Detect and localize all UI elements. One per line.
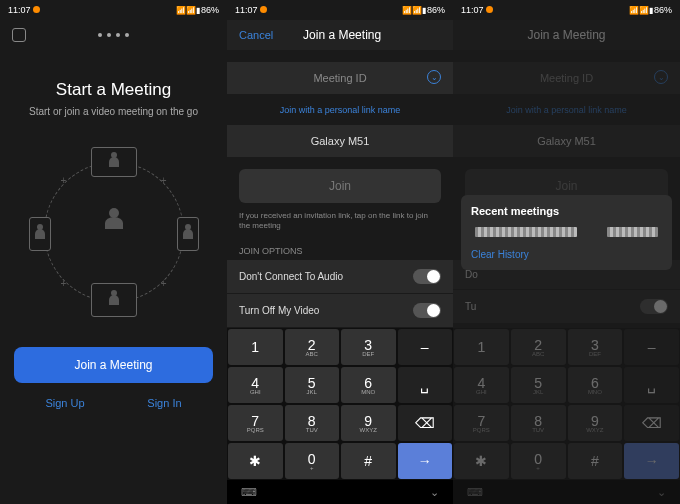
keyboard-mode-icon: ⌨ xyxy=(467,486,483,499)
status-bar: 11:07 📶 📶 ▮ 86% xyxy=(227,0,453,20)
sign-up-link[interactable]: Sign Up xyxy=(45,397,84,409)
key-✱[interactable]: ✱ xyxy=(454,443,509,479)
meeting-id-input[interactable]: Meeting ID ⌄ xyxy=(227,62,453,94)
sign-in-link[interactable]: Sign In xyxy=(147,397,181,409)
chevron-down-icon[interactable]: ⌄ xyxy=(427,70,441,84)
display-name-input[interactable]: Galaxy M51 xyxy=(227,125,453,157)
header-title: Join a Meeting xyxy=(243,28,441,42)
recent-meetings-popup: Recent meetings Clear History xyxy=(461,195,672,270)
numeric-keypad: 12ABC3DEF– 4GHI5JKL6MNO␣ 7PQRS8TUV9WXYZ⌫… xyxy=(227,328,453,504)
page-subtitle: Start or join a video meeting on the go xyxy=(29,106,198,117)
personal-link-toggle: Join with a personal link name xyxy=(453,95,680,125)
status-bar: 11:07 📶 📶 ▮ 86% xyxy=(0,0,227,20)
join-button[interactable]: Join xyxy=(239,169,441,203)
status-bar: 11:07 📶 📶 ▮ 86% xyxy=(453,0,680,20)
page-dots xyxy=(98,33,129,37)
header-title: Join a Meeting xyxy=(465,28,668,42)
key-0[interactable]: 0+ xyxy=(511,443,566,479)
key-⌫[interactable]: ⌫ xyxy=(398,405,453,441)
key-5[interactable]: 5JKL xyxy=(511,367,566,403)
key-3[interactable]: 3DEF xyxy=(568,329,623,365)
key-5[interactable]: 5JKL xyxy=(285,367,340,403)
hint-text: If you received an invitation link, tap … xyxy=(227,211,453,242)
key-7[interactable]: 7PQRS xyxy=(454,405,509,441)
key-#[interactable]: # xyxy=(341,443,396,479)
key-1[interactable]: 1 xyxy=(454,329,509,365)
recent-meeting-item[interactable] xyxy=(607,227,658,237)
key-6[interactable]: 6MNO xyxy=(341,367,396,403)
keyboard-collapse-icon: ⌄ xyxy=(657,486,666,499)
keyboard-mode-icon[interactable]: ⌨ xyxy=(241,486,257,499)
recent-meeting-item[interactable] xyxy=(475,227,577,237)
toggle-switch[interactable] xyxy=(413,303,441,318)
key-␣[interactable]: ␣ xyxy=(398,367,453,403)
meeting-id-input: Meeting ID ⌄ xyxy=(453,62,680,94)
key-4[interactable]: 4GHI xyxy=(228,367,283,403)
key-2[interactable]: 2ABC xyxy=(285,329,340,365)
key-7[interactable]: 7PQRS xyxy=(228,405,283,441)
toggle-switch[interactable] xyxy=(413,269,441,284)
key-4[interactable]: 4GHI xyxy=(454,367,509,403)
audio-toggle-row[interactable]: Don't Connect To Audio xyxy=(227,260,453,293)
personal-link-toggle[interactable]: Join with a personal link name xyxy=(227,95,453,125)
join-meeting-button[interactable]: Join a Meeting xyxy=(14,347,213,383)
key-0[interactable]: 0+ xyxy=(285,443,340,479)
key-1[interactable]: 1 xyxy=(228,329,283,365)
key-8[interactable]: 8TUV xyxy=(511,405,566,441)
key-2[interactable]: 2ABC xyxy=(511,329,566,365)
key-␣[interactable]: ␣ xyxy=(624,367,679,403)
key-–[interactable]: – xyxy=(398,329,453,365)
key-✱[interactable]: ✱ xyxy=(228,443,283,479)
key-#[interactable]: # xyxy=(568,443,623,479)
key-9[interactable]: 9WXYZ xyxy=(568,405,623,441)
key-–[interactable]: – xyxy=(624,329,679,365)
gear-icon[interactable] xyxy=(12,28,26,42)
popup-title: Recent meetings xyxy=(471,205,662,217)
key-3[interactable]: 3DEF xyxy=(341,329,396,365)
keyboard-collapse-icon[interactable]: ⌄ xyxy=(430,486,439,499)
key-9[interactable]: 9WXYZ xyxy=(341,405,396,441)
page-title: Start a Meeting xyxy=(56,80,171,100)
key-6[interactable]: 6MNO xyxy=(568,367,623,403)
meeting-diagram: + + + + xyxy=(29,147,199,317)
chevron-down-icon: ⌄ xyxy=(654,70,668,84)
clear-history-link[interactable]: Clear History xyxy=(471,249,662,260)
key-→[interactable]: → xyxy=(398,443,453,479)
display-name-input: Galaxy M51 xyxy=(453,125,680,157)
numeric-keypad: 12ABC3DEF– 4GHI5JKL6MNO␣ 7PQRS8TUV9WXYZ⌫… xyxy=(453,328,680,504)
key-→[interactable]: → xyxy=(624,443,679,479)
options-label: JOIN OPTIONS xyxy=(227,242,453,260)
key-⌫[interactable]: ⌫ xyxy=(624,405,679,441)
video-toggle-row[interactable]: Turn Off My Video xyxy=(227,294,453,327)
key-8[interactable]: 8TUV xyxy=(285,405,340,441)
